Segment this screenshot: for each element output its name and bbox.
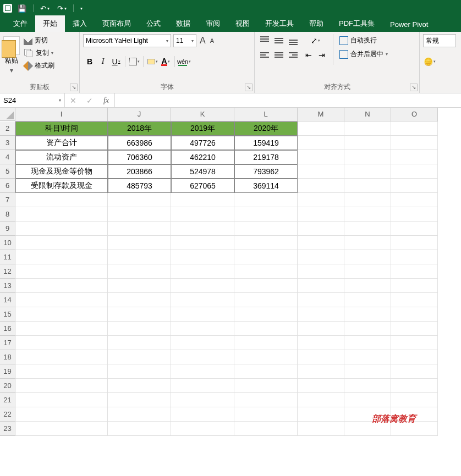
cell[interactable] (15, 307, 108, 322)
column-header[interactable]: L (234, 108, 298, 121)
cell[interactable] (15, 379, 108, 393)
cell[interactable] (391, 207, 438, 222)
ribbon-tab-9[interactable]: 帮助 (301, 15, 331, 32)
row-header[interactable]: 13 (0, 279, 15, 293)
cell[interactable] (344, 379, 391, 393)
cell[interactable] (391, 236, 438, 250)
shrink-font-button[interactable]: A (209, 36, 215, 45)
cell[interactable] (171, 336, 234, 350)
insert-function-button[interactable]: fx (98, 96, 114, 105)
format-painter-button[interactable]: 格式刷 (22, 60, 56, 71)
cell[interactable] (171, 364, 234, 379)
align-bottom-button[interactable] (287, 34, 300, 47)
row-header[interactable]: 4 (0, 150, 15, 164)
cell[interactable] (171, 264, 234, 279)
cell[interactable] (234, 193, 298, 207)
cell[interactable] (108, 364, 171, 379)
paste-button[interactable]: 粘贴 ▾ (3, 34, 20, 82)
cell[interactable] (298, 393, 344, 407)
cell[interactable] (298, 179, 344, 193)
cell[interactable] (108, 379, 171, 393)
cell[interactable] (344, 393, 391, 407)
row-header[interactable]: 16 (0, 322, 15, 336)
cell[interactable] (298, 236, 344, 250)
cell[interactable] (298, 307, 344, 322)
cell[interactable] (298, 293, 344, 307)
cell[interactable] (234, 264, 298, 279)
table-header-cell[interactable]: 科目\时间 (15, 121, 108, 136)
column-header[interactable]: K (171, 108, 234, 121)
alignment-launcher[interactable]: ↘ (410, 84, 418, 91)
cell[interactable] (344, 307, 391, 322)
cell[interactable] (344, 164, 391, 179)
cell[interactable] (171, 379, 234, 393)
align-right-button[interactable] (287, 48, 300, 62)
table-data-cell[interactable]: 663986 (108, 136, 171, 150)
select-all-corner[interactable] (0, 108, 15, 121)
row-header[interactable]: 21 (0, 393, 15, 407)
cell[interactable] (344, 336, 391, 350)
decrease-indent-button[interactable]: ⇤ (302, 48, 315, 62)
column-header[interactable]: I (15, 108, 108, 121)
cell[interactable] (234, 322, 298, 336)
align-center-button[interactable] (272, 48, 286, 62)
cell[interactable] (108, 422, 171, 436)
cell[interactable] (108, 264, 171, 279)
table-data-cell[interactable]: 219178 (234, 150, 298, 164)
cell[interactable] (15, 193, 108, 207)
border-button[interactable]: ▾ (128, 55, 141, 68)
cell[interactable] (15, 350, 108, 364)
ribbon-tab-8[interactable]: 开发工具 (257, 15, 301, 32)
cell[interactable] (298, 350, 344, 364)
cell[interactable] (171, 236, 234, 250)
font-size-select[interactable]: 11▾ (173, 34, 196, 47)
cell[interactable] (298, 336, 344, 350)
cell[interactable] (108, 250, 171, 264)
ribbon-tab-11[interactable]: Power Pivot (382, 17, 436, 32)
cell[interactable] (344, 193, 391, 207)
cell[interactable] (298, 193, 344, 207)
cell[interactable] (391, 179, 438, 193)
cell[interactable] (171, 307, 234, 322)
table-data-cell[interactable]: 流动资产 (15, 150, 108, 164)
row-header[interactable]: 5 (0, 164, 15, 179)
cell[interactable] (171, 250, 234, 264)
cell[interactable] (234, 236, 298, 250)
cell[interactable] (234, 422, 298, 436)
redo-button[interactable]: ↷▾ (55, 4, 69, 13)
cell[interactable] (15, 222, 108, 236)
row-header[interactable]: 2 (0, 121, 15, 136)
row-header[interactable]: 3 (0, 136, 15, 150)
italic-button[interactable]: I (96, 55, 109, 68)
cell[interactable] (234, 250, 298, 264)
cell[interactable] (15, 207, 108, 222)
cell[interactable] (234, 279, 298, 293)
cell[interactable] (391, 150, 438, 164)
table-data-cell[interactable]: 203866 (108, 164, 171, 179)
formula-input[interactable] (115, 93, 461, 107)
row-header[interactable]: 20 (0, 379, 15, 393)
align-left-button[interactable] (258, 48, 271, 62)
cell[interactable] (171, 193, 234, 207)
cell[interactable] (108, 322, 171, 336)
table-data-cell[interactable]: 受限制存款及现金 (15, 179, 108, 193)
cell[interactable] (391, 279, 438, 293)
cell[interactable] (391, 121, 438, 136)
row-header[interactable]: 10 (0, 236, 15, 250)
cell[interactable] (15, 279, 108, 293)
accounting-format-button[interactable]: 🪙▾ (423, 55, 436, 68)
cell[interactable] (298, 136, 344, 150)
cell[interactable] (171, 422, 234, 436)
cell[interactable] (108, 393, 171, 407)
cell[interactable] (15, 407, 108, 422)
row-header[interactable]: 23 (0, 422, 15, 436)
align-top-button[interactable] (258, 34, 271, 47)
cell[interactable] (391, 322, 438, 336)
cell[interactable] (108, 350, 171, 364)
cell[interactable] (344, 136, 391, 150)
table-data-cell[interactable]: 793962 (234, 164, 298, 179)
cell[interactable] (234, 207, 298, 222)
table-data-cell[interactable]: 462210 (171, 150, 234, 164)
cell[interactable] (391, 364, 438, 379)
cell[interactable] (15, 364, 108, 379)
